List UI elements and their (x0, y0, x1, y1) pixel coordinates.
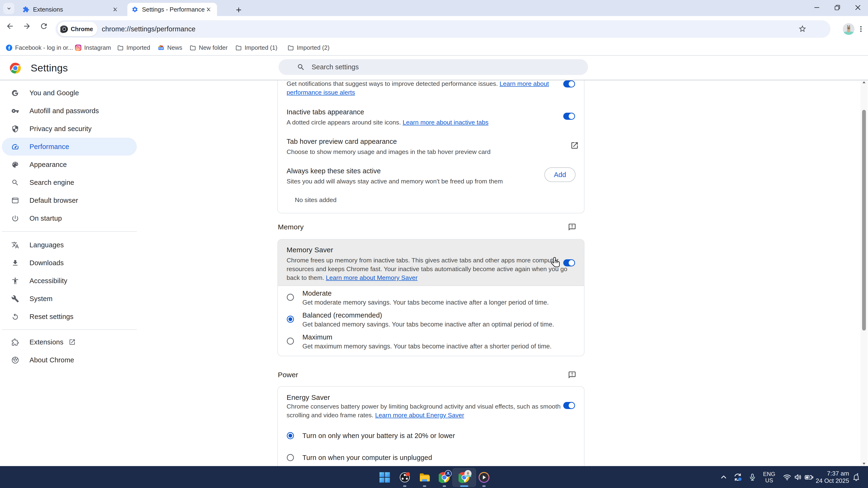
bookmark-star-icon[interactable] (798, 25, 807, 33)
start-button[interactable] (379, 472, 390, 483)
search-settings-input[interactable]: Search settings (279, 59, 588, 75)
memory-feedback-button[interactable] (568, 223, 576, 231)
bookmark-news[interactable]: News (158, 42, 182, 53)
tray-update-icon[interactable] (732, 466, 744, 488)
back-button[interactable] (4, 20, 16, 32)
bookmark-instagram[interactable]: Instagram (75, 42, 111, 53)
address-bar[interactable]: Chrome chrome://settings/performance (55, 20, 831, 38)
bookmark-imported-2[interactable]: Imported (2) (287, 42, 330, 53)
file-explorer-icon[interactable] (419, 472, 430, 483)
mouse-cursor (551, 256, 560, 270)
tab-settings-performance[interactable]: Settings - Performance (127, 3, 217, 16)
memory-option-balanced[interactable]: Balanced (recommended) Get balanced memo… (278, 308, 584, 330)
memory-option-maximum[interactable]: Maximum Get maximum memory savings. Your… (278, 330, 584, 352)
power-feedback-button[interactable] (568, 371, 576, 379)
tab-extensions[interactable]: Extensions (19, 3, 124, 16)
radio-button[interactable] (287, 337, 294, 345)
radio-button-checked[interactable] (287, 432, 294, 439)
tray-show-hidden-button[interactable] (718, 466, 729, 488)
sidebar-item-privacy[interactable]: Privacy and security (2, 120, 137, 138)
browser-menu-button[interactable] (856, 23, 866, 35)
obs-app-icon[interactable] (399, 472, 410, 483)
profile-avatar[interactable] (843, 23, 855, 35)
chrome-window-2-icon[interactable] (459, 472, 470, 483)
radio-button[interactable] (287, 294, 294, 301)
minimize-button[interactable] (806, 0, 827, 15)
window-controls (806, 0, 868, 15)
sidebar-item-appearance[interactable]: Appearance (2, 156, 137, 173)
power-option-unplugged[interactable]: Turn on when your computer is unplugged (278, 447, 584, 466)
bookmark-facebook[interactable]: Facebook - log in or... (6, 42, 73, 53)
chrome-logo (10, 63, 21, 73)
bookmark-new-folder[interactable]: New folder (189, 42, 228, 53)
tab-close-button[interactable] (111, 5, 119, 13)
wrench-icon (11, 295, 19, 303)
restore-button[interactable] (827, 0, 847, 15)
tray-clock[interactable]: 7:37 am 24 Oct 2025 (809, 466, 849, 488)
inactive-tabs-row: Inactive tabs appearance A dotted circle… (286, 108, 554, 127)
google-news-icon (158, 44, 165, 51)
sidebar-item-about-chrome[interactable]: About Chrome (2, 351, 137, 369)
screen: Extensions Settings - Performance (0, 0, 868, 488)
plus-icon (235, 6, 243, 14)
new-tab-button[interactable] (234, 5, 244, 15)
memory-saver-toggle[interactable] (563, 259, 575, 266)
sidebar-item-reset[interactable]: Reset settings (2, 307, 137, 326)
sidebar-item-you-and-google[interactable]: You and Google (2, 84, 137, 102)
chrome-grey-icon (11, 356, 19, 364)
sidebar-item-system[interactable]: System (2, 290, 137, 307)
radio-button[interactable] (287, 454, 294, 461)
close-window-button[interactable] (847, 0, 868, 15)
sidebar-item-accessibility[interactable]: Accessibility (2, 272, 137, 290)
sidebar-item-downloads[interactable]: Downloads (2, 254, 137, 272)
inactive-tabs-toggle[interactable] (563, 113, 575, 120)
energy-saver-link[interactable]: Learn more about Energy Saver (375, 412, 464, 419)
memory-saver-card: Memory Saver Chrome frees up memory from… (277, 239, 585, 356)
sidebar-item-extensions[interactable]: Extensions (2, 333, 137, 351)
scrollbar-thumb[interactable] (862, 110, 866, 330)
close-icon (206, 7, 212, 12)
energy-saver-toggle[interactable] (563, 402, 575, 409)
tab-hover-open-button[interactable] (570, 141, 579, 150)
add-site-button[interactable]: Add (545, 167, 576, 182)
sidebar-item-on-startup[interactable]: On startup (2, 209, 137, 227)
tab-close-button[interactable] (205, 5, 213, 13)
tray-time: 7:37 am (827, 470, 849, 477)
folder-icon (287, 44, 294, 51)
tray-wifi-icon[interactable] (781, 466, 793, 488)
memory-option-moderate[interactable]: Moderate Get moderate memory savings. Yo… (278, 286, 584, 308)
tray-microphone-icon[interactable] (747, 466, 758, 488)
tray-volume-icon[interactable] (792, 466, 804, 488)
sidebar-item-autofill[interactable]: Autofill and passwords (2, 102, 137, 120)
media-player-icon[interactable] (478, 472, 490, 483)
scrollbar[interactable] (861, 80, 868, 466)
sidebar-item-languages[interactable]: Languages (2, 236, 137, 254)
tray-notifications-button[interactable] (851, 466, 861, 488)
sidebar-item-performance[interactable]: Performance (2, 138, 137, 156)
sidebar-item-default-browser[interactable]: Default browser (2, 191, 137, 209)
notifications-row-text: Get notifications that suggest ways to i… (286, 80, 569, 97)
chrome-window-1-icon[interactable] (439, 472, 450, 483)
memory-saver-row[interactable]: Memory Saver Chrome frees up memory from… (278, 239, 584, 286)
notifications-toggle[interactable] (563, 80, 575, 88)
memory-saver-link[interactable]: Learn more about Memory Saver (326, 274, 417, 281)
energy-saver-card: Energy Saver Chrome conserves battery po… (277, 386, 585, 466)
bookmark-label: New folder (199, 44, 228, 51)
bookmark-imported-1[interactable]: Imported (1) (235, 42, 277, 53)
sidebar-item-search-engine[interactable]: Search engine (2, 173, 137, 191)
search-icon (11, 179, 19, 187)
power-option-battery-20[interactable]: Turn on only when your battery is at 20%… (278, 425, 584, 447)
scroll-up-arrow[interactable] (862, 81, 866, 84)
shield-icon (11, 125, 19, 133)
tray-language-indicator[interactable]: ENG US (762, 466, 776, 488)
tab-search-button[interactable] (3, 3, 14, 14)
radio-button-checked[interactable] (287, 316, 294, 323)
folder-icon (117, 44, 124, 51)
site-info-chip[interactable]: Chrome (57, 22, 97, 36)
bookmark-label: Instagram (84, 44, 111, 51)
inactive-tabs-link[interactable]: Learn more about inactive tabs (403, 119, 489, 126)
reload-button[interactable] (38, 20, 50, 32)
scroll-down-arrow[interactable] (862, 462, 866, 465)
forward-button[interactable] (21, 20, 33, 32)
bookmark-imported[interactable]: Imported (117, 42, 150, 53)
